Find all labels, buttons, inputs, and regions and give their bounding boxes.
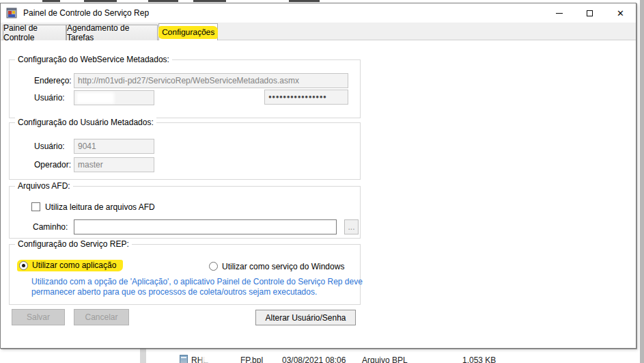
maximize-button[interactable] — [574, 3, 605, 23]
title-bar[interactable]: Painel de Controle do Serviço Rep ✕ — [1, 3, 636, 23]
bpl-file-icon — [180, 355, 188, 363]
window-title: Painel de Controle do Serviço Rep — [23, 8, 149, 18]
alterar-usuario-senha-button[interactable]: Alterar Usuário/Senha — [255, 310, 356, 325]
redaction-blur — [202, 353, 239, 363]
usuario-meta-field[interactable]: 9041 — [74, 139, 154, 154]
background-scrollbar-strip — [640, 0, 644, 363]
group-title: Configuração do WebService Metadados: — [15, 55, 172, 64]
configuracoes-tab-page: Configuração do WebService Metadados: En… — [1, 40, 636, 348]
alterar-label: Alterar Usuário/Senha — [265, 313, 346, 323]
browse-label: ... — [348, 223, 354, 231]
endereco-value: http://m01vdi-pd27/ServicoRep/WebService… — [78, 76, 299, 85]
radio-aplicacao-label: Utilizar como aplicação — [32, 260, 116, 270]
background-text-fragment — [148, 0, 178, 2]
tab-strip: Painel de Controle Agendamento de Tarefa… — [1, 23, 636, 40]
tab-configuracoes[interactable]: Configurações — [158, 23, 218, 40]
minimize-icon — [556, 13, 563, 14]
background-text-fragment — [42, 0, 60, 2]
background-file-row: RHE FP.bpl 03/08/2021 08:06 Arquivo BPL … — [0, 355, 644, 363]
servico-rep-note-line2: permanecer aberto para que os processos … — [31, 287, 317, 297]
minimize-button[interactable] — [544, 3, 574, 23]
salvar-button[interactable]: Salvar — [12, 309, 65, 325]
password-dots: ●●●●●●●●●●●●●●●● — [268, 90, 326, 104]
group-title: Configuração do Serviço REP: — [15, 239, 132, 249]
salvar-label: Salvar — [27, 312, 50, 322]
usuario-meta-value: 9041 — [78, 142, 96, 151]
usuario-ws-label: Usuário: — [34, 90, 65, 105]
browse-button[interactable]: ... — [344, 219, 359, 234]
usuario-meta-label: Usuário: — [34, 139, 65, 154]
maximize-icon — [587, 10, 593, 16]
utiliza-afd-label: Utiliza leitura de arquivos AFD — [45, 202, 155, 212]
group-title: Configuração do Usuário Metadados: — [15, 118, 156, 127]
caminho-field[interactable] — [74, 219, 337, 234]
group-title: Arquivos AFD: — [15, 181, 73, 191]
endereco-field[interactable]: http://m01vdi-pd27/ServicoRep/WebService… — [74, 73, 348, 88]
tab-agendamento-de-tarefas[interactable]: Agendamento de Tarefas — [66, 25, 158, 40]
background-text-fragment — [84, 0, 117, 2]
radio-unselected-icon — [209, 262, 218, 271]
redaction-blur — [76, 92, 114, 104]
winforms-app-icon — [6, 8, 17, 18]
usuario-ws-field[interactable] — [74, 90, 154, 105]
caminho-label: Caminho: — [33, 219, 68, 234]
radio-windows-label: Utilizar como serviço do Windows — [222, 262, 344, 271]
close-button[interactable]: ✕ — [605, 3, 636, 23]
background-text-fragment — [289, 0, 320, 2]
endereco-label: Endereço: — [34, 73, 72, 88]
senha-ws-field[interactable]: ●●●●●●●●●●●●●●●● — [264, 90, 348, 105]
radio-selected-icon — [19, 261, 28, 270]
file-size: 1.053 KB — [462, 355, 496, 363]
operador-field[interactable]: master — [74, 157, 154, 172]
radio-utilizar-como-aplicacao[interactable]: Utilizar como aplicação — [17, 260, 123, 271]
radio-utilizar-como-servico-windows[interactable]: Utilizar como serviço do Windows — [209, 260, 344, 272]
tab-painel-de-controle[interactable]: Painel de Controle — [3, 25, 66, 40]
cancelar-button[interactable]: Cancelar — [74, 309, 129, 325]
background-text-fragment — [193, 0, 226, 2]
file-name-suffix: FP.bpl — [240, 355, 263, 363]
tab-label-highlighted: Configurações — [158, 26, 218, 39]
tab-label: Agendamento de Tarefas — [67, 23, 157, 42]
main-window: Painel de Controle do Serviço Rep ✕ Pain… — [0, 3, 636, 349]
group-webservice-metadados: Configuração do WebService Metadados: — [9, 59, 361, 118]
tab-label: Painel de Controle — [3, 23, 66, 42]
servico-rep-note-line1: Utilizando com a opção de 'Aplicação', o… — [31, 277, 363, 287]
operador-label: Operador: — [34, 157, 71, 172]
file-modified-date: 03/08/2021 08:06 — [282, 355, 346, 363]
cancelar-label: Cancelar — [85, 312, 117, 322]
file-type: Arquivo BPL — [362, 355, 408, 363]
close-icon: ✕ — [617, 9, 624, 18]
operador-value: master — [78, 160, 103, 170]
utiliza-afd-checkbox[interactable] — [31, 202, 40, 211]
